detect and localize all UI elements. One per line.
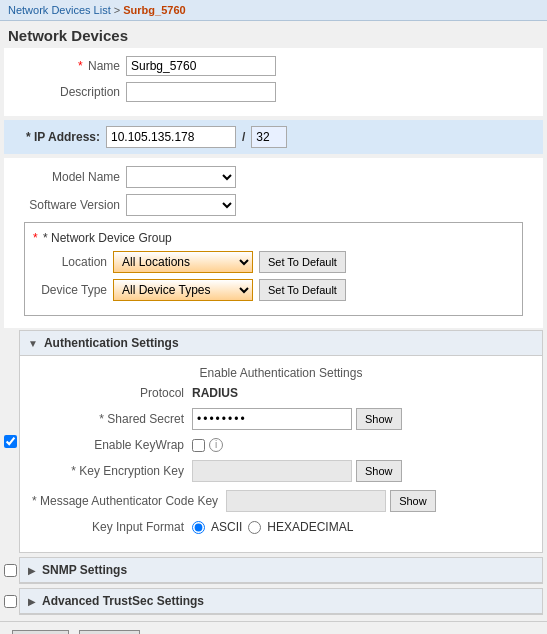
save-button[interactable]: Save [12,630,69,634]
hex-radio[interactable] [248,521,261,534]
keywrap-row: Enable KeyWrap i [32,438,530,452]
protocol-label: Protocol [32,386,192,400]
breadcrumb-current: Surbg_5760 [123,4,185,16]
model-section: Model Name Software Version * * Network … [4,158,543,328]
auth-header-text: Authentication Settings [44,336,179,350]
snmp-panel: ▶ SNMP Settings [19,557,543,584]
description-input[interactable] [126,82,276,102]
trustsec-triangle-icon: ▶ [28,596,36,607]
auth-panel: ▼ Authentication Settings Enable Authent… [19,330,543,553]
trustsec-panel: ▶ Advanced TrustSec Settings [19,588,543,615]
ip-input[interactable] [106,126,236,148]
shared-secret-label: * Shared Secret [32,412,192,426]
msg-auth-row: * Message Authenticator Code Key Show [32,490,530,512]
protocol-value: RADIUS [192,386,238,400]
breadcrumb: Network Devices List > Surbg_5760 [0,0,547,21]
auth-panel-row: ▼ Authentication Settings Enable Authent… [4,330,543,553]
protocol-row: Protocol RADIUS [32,386,530,400]
reset-button[interactable]: Reset [79,630,140,634]
location-row: Location All Locations Set To Default [33,251,514,273]
enable-auth-label: Enable Authentication Settings [32,366,530,380]
ascii-radio[interactable] [192,521,205,534]
ip-section: * IP Address: / [4,120,543,154]
name-label: * Name [16,59,126,73]
hex-label: HEXADECIMAL [267,520,353,534]
name-required-star: * [78,59,83,73]
key-format-label: Key Input Format [32,520,192,534]
description-label: Description [16,85,126,99]
trustsec-section-header[interactable]: ▶ Advanced TrustSec Settings [20,589,542,614]
basic-info-section: * Name Description [4,48,543,116]
device-type-select[interactable]: All Device Types [113,279,253,301]
trustsec-panel-row: ▶ Advanced TrustSec Settings [4,588,543,615]
name-row: * Name [16,56,531,76]
software-label: Software Version [16,198,126,212]
key-format-radio-group: ASCII HEXADECIMAL [192,520,353,534]
ip-slash: / [242,130,245,144]
keywrap-checkbox[interactable] [192,439,205,452]
key-enc-row: * Key Encryption Key Show [32,460,530,482]
page-title: Network Devices [0,21,547,48]
name-input[interactable] [126,56,276,76]
key-enc-input [192,460,352,482]
auth-body: Enable Authentication Settings Protocol … [20,356,542,552]
keywrap-label: Enable KeyWrap [32,438,192,452]
location-set-default-button[interactable]: Set To Default [259,251,346,273]
msg-auth-label: * Message Authenticator Code Key [32,494,226,508]
device-type-set-default-button[interactable]: Set To Default [259,279,346,301]
model-select[interactable] [126,166,236,188]
snmp-header-text: SNMP Settings [42,563,127,577]
breadcrumb-separator: > [114,4,123,16]
device-type-row: Device Type All Device Types Set To Defa… [33,279,514,301]
auth-checkbox[interactable] [4,435,17,448]
ndg-box: * * Network Device Group Location All Lo… [24,222,523,316]
shared-secret-input[interactable] [192,408,352,430]
location-label: Location [33,255,113,269]
software-select[interactable] [126,194,236,216]
model-label: Model Name [16,170,126,184]
ip-label: * IP Address: [16,130,106,144]
location-select[interactable]: All Locations [113,251,253,273]
breadcrumb-link[interactable]: Network Devices List [8,4,111,16]
key-enc-label: * Key Encryption Key [32,464,192,478]
footer-bar: Save Reset [0,621,547,634]
auth-section-header[interactable]: ▼ Authentication Settings [20,331,542,356]
msg-auth-input [226,490,386,512]
key-enc-show-button[interactable]: Show [356,460,402,482]
description-row: Description [16,82,531,102]
ascii-label: ASCII [211,520,242,534]
snmp-checkbox[interactable] [4,564,17,577]
key-format-row: Key Input Format ASCII HEXADECIMAL [32,520,530,534]
snmp-triangle-icon: ▶ [28,565,36,576]
snmp-section-header[interactable]: ▶ SNMP Settings [20,558,542,583]
keywrap-info-icon[interactable]: i [209,438,223,452]
prefix-input[interactable] [251,126,287,148]
ndg-title: * * Network Device Group [33,231,514,245]
trustsec-header-text: Advanced TrustSec Settings [42,594,204,608]
msg-auth-show-button[interactable]: Show [390,490,436,512]
device-type-label: Device Type [33,283,113,297]
model-row: Model Name [16,166,531,188]
shared-secret-row: * Shared Secret Show [32,408,530,430]
auth-triangle-icon: ▼ [28,338,38,349]
software-row: Software Version [16,194,531,216]
shared-secret-show-button[interactable]: Show [356,408,402,430]
trustsec-checkbox[interactable] [4,595,17,608]
snmp-panel-row: ▶ SNMP Settings [4,557,543,584]
